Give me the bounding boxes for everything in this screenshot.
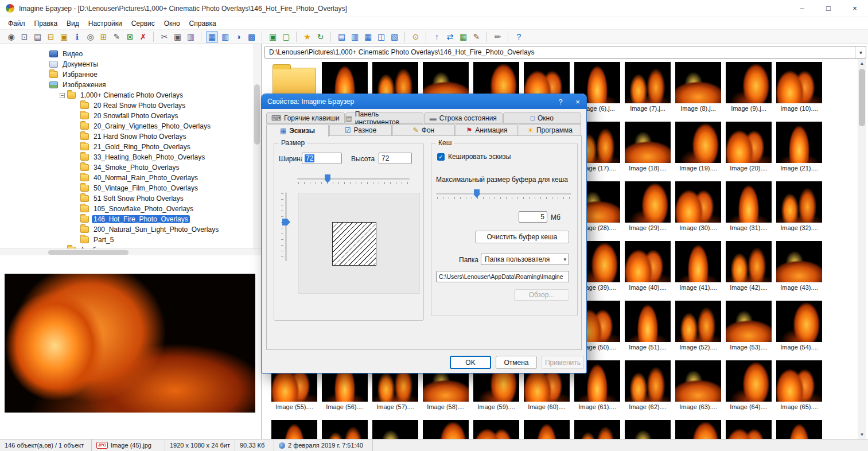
tree-item[interactable]: Документы <box>0 59 253 69</box>
preview-image[interactable] <box>5 274 255 413</box>
paste-icon[interactable]: ▥ <box>185 31 197 43</box>
tab-Программа[interactable]: ☀Программа <box>519 124 581 136</box>
thumbnail[interactable]: Image (71).... <box>521 420 572 439</box>
refresh-icon[interactable]: ↻ <box>314 31 326 43</box>
settings-edit-icon[interactable]: ✎ <box>470 31 482 43</box>
thumbnail[interactable]: Image (52).... <box>673 301 723 358</box>
thumbnail[interactable]: Image (73).... <box>622 420 673 439</box>
scroll-up-icon[interactable]: ▲ <box>858 59 866 68</box>
address-dropdown-button[interactable]: ▾ <box>855 46 866 58</box>
tree-item[interactable]: 20 Real Snow Photo Overlays <box>0 100 253 111</box>
thumbnail[interactable]: Image (20).... <box>723 122 774 179</box>
view-history-icon[interactable]: ◑ <box>232 31 244 43</box>
address-bar[interactable]: D:\Lenouser\Pictures\1,000+ Cinematic Ph… <box>264 46 866 59</box>
tree-item[interactable]: 200_Natural_Sun_Light_Photo_Overlays <box>0 224 253 235</box>
cache-buffer-slider[interactable] <box>436 188 571 200</box>
tree-item[interactable]: 50_Vintage_Film_Photo_Overlays <box>0 183 253 193</box>
tree-item[interactable]: 21 Hard Snow Photo Overlays <box>0 131 253 142</box>
scrollbar-thumb[interactable] <box>254 84 260 145</box>
thumbnail[interactable]: Image (62).... <box>622 360 673 418</box>
browse-button[interactable]: Обзор... <box>514 289 569 301</box>
thumbnail[interactable]: Image (54).... <box>774 301 824 358</box>
thumbnail[interactable]: Image (31).... <box>723 181 774 239</box>
thumbnail[interactable]: Image (70).... <box>471 420 521 439</box>
thumbnail[interactable]: Image (7).j... <box>622 62 673 119</box>
favorites-icon[interactable]: ★ <box>301 31 313 43</box>
tree-vertical-scrollbar[interactable] <box>253 44 261 248</box>
tree-item[interactable]: Part_5 <box>0 235 253 245</box>
help-icon[interactable]: ? <box>513 31 525 43</box>
close-button[interactable]: × <box>842 0 868 17</box>
wallpaper-icon[interactable]: ▦ <box>457 31 469 43</box>
thumbnail[interactable]: Image (66).... <box>269 420 320 439</box>
thumbnail[interactable]: Image (21).... <box>774 122 824 179</box>
minimize-button[interactable]: – <box>789 0 815 17</box>
size-slider[interactable] <box>297 173 410 185</box>
thumbnail[interactable]: Image (30).... <box>673 181 723 239</box>
tree-item[interactable]: 105_Snowflake_Photo_Overlays <box>0 204 253 214</box>
width-input[interactable]: 72 <box>302 153 342 164</box>
apply-button[interactable]: Применить <box>542 356 584 369</box>
tree-item[interactable]: –1,000+ Cinematic Photo Overlays <box>0 90 253 100</box>
thumbnail[interactable]: Image (8).j... <box>673 62 723 119</box>
view-icons-icon[interactable]: ▩ <box>246 31 258 43</box>
thumbnail[interactable]: Image (67).... <box>320 420 370 439</box>
clear-cache-button[interactable]: Очистить буфер кеша <box>475 231 569 243</box>
view-columns-icon[interactable]: ▥ <box>349 31 361 43</box>
scroll-down-icon[interactable]: ▼ <box>858 430 866 439</box>
tree-item[interactable]: Изображения <box>0 80 253 90</box>
dialog-title-bar[interactable]: Свойства: Imagine Браузер ? × <box>262 94 586 109</box>
thumbnail[interactable]: Image (18).... <box>622 122 673 179</box>
menu-Окно[interactable]: Окно <box>159 18 185 29</box>
cut-icon[interactable]: ✂ <box>158 31 170 43</box>
thumbnail[interactable]: Image (43).... <box>774 241 824 298</box>
tree-item[interactable]: Избранное <box>0 69 253 80</box>
tab-Строка состояния[interactable]: ▬Строка состояния <box>424 112 503 124</box>
view-thumbnails-icon[interactable]: ▦ <box>206 31 218 43</box>
thumbnail[interactable]: Image (69).... <box>421 420 471 439</box>
view-list-icon[interactable]: ▥ <box>219 31 231 43</box>
menu-Настройки[interactable]: Настройки <box>84 18 127 29</box>
copy-to-folder-icon[interactable]: ▣ <box>58 31 70 43</box>
menu-Файл[interactable]: Файл <box>3 18 30 29</box>
menu-Правка[interactable]: Правка <box>30 18 63 29</box>
new-folder-icon[interactable]: ⊞ <box>98 31 110 43</box>
delete-icon[interactable]: ✗ <box>137 31 149 43</box>
tab-Эскизы[interactable]: ▦Эскизы <box>266 124 329 137</box>
tab-Горячие клавиши[interactable]: ⌨Горячие клавиши <box>266 112 345 124</box>
height-input[interactable]: 72 <box>379 153 412 164</box>
grid-scrollbar[interactable]: ▲ ▼ <box>858 59 866 439</box>
cache-folder-path[interactable]: C:\Users\Lenouser\AppData\Roaming\Imagin… <box>436 271 569 282</box>
tree-item[interactable]: 21_Gold_Ring_Photo_Overlays <box>0 142 253 152</box>
thumbnail[interactable]: Image (53).... <box>723 301 774 358</box>
image-slideshow-icon[interactable]: ▢ <box>280 31 292 43</box>
tab-Окно[interactable]: □Окно <box>503 112 582 124</box>
thumbnail[interactable]: Image (40).... <box>622 241 673 298</box>
thumbnail[interactable]: Image (29).... <box>622 181 673 239</box>
dialog-close-button[interactable]: × <box>569 94 586 109</box>
thumbnail[interactable]: Image (42).... <box>723 241 774 298</box>
maximize-button[interactable]: □ <box>815 0 842 17</box>
edit-image-icon[interactable]: ✏ <box>492 31 504 43</box>
capture-icon[interactable]: ◎ <box>84 31 96 43</box>
tree-item[interactable]: 20 Snowfall Photo Overlays <box>0 111 253 121</box>
ok-button[interactable]: OK <box>450 356 491 369</box>
password-icon[interactable]: ⊙ <box>410 31 422 43</box>
rename-icon[interactable]: ✎ <box>111 31 123 43</box>
tree-item[interactable]: 40_Normal_Rain_Photo_Overlays <box>0 173 253 183</box>
tree-item[interactable]: Видео <box>0 49 253 59</box>
size-slider-vertical[interactable] <box>281 192 290 261</box>
tree-item[interactable]: 20_Grainy_Vignettes_Photo_Overlays <box>0 121 253 131</box>
browse-folder-icon[interactable]: ⊟ <box>45 31 57 43</box>
tree-item[interactable]: 33_Heating_Bokeh_Photo_Overlays <box>0 152 253 162</box>
menu-Сервис[interactable]: Сервис <box>127 18 159 29</box>
thumbnail[interactable]: Image (72).... <box>572 420 622 439</box>
copy-icon[interactable]: ▣ <box>172 31 184 43</box>
tab-Фон[interactable]: ✎Фон <box>392 124 455 136</box>
tree-item[interactable]: 51 Soft Snow Photo Overlays <box>0 193 253 204</box>
view-details-icon[interactable]: ▤ <box>336 31 348 43</box>
preview-pane-icon[interactable]: ◉ <box>5 31 17 43</box>
tab-Разное[interactable]: ☑Разное <box>329 124 392 136</box>
thumbnail[interactable]: Image (75).... <box>723 420 774 439</box>
view-tiles-icon[interactable]: ▦ <box>362 31 374 43</box>
